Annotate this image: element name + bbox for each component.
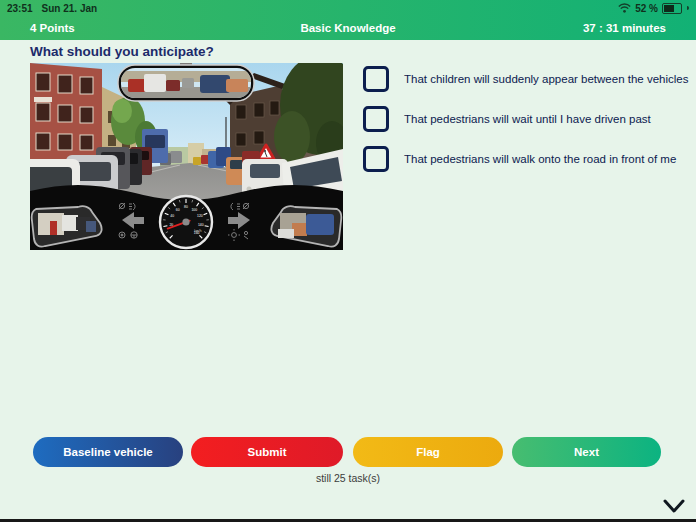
wifi-icon (618, 3, 631, 13)
question-title: What should you anticipate? (30, 44, 214, 59)
status-date: Sun 21. Jan (42, 3, 98, 14)
scene-image: 20406080100120140160 km/h (30, 63, 343, 250)
battery-icon (662, 3, 682, 14)
timer-label: 37 : 31 minutes (583, 22, 666, 34)
answer-option-3-label: That pedestrians will walk onto the road… (404, 153, 676, 165)
baseline-vehicle-button[interactable]: Baseline vehicle (33, 437, 183, 467)
answer-option-1[interactable]: That children will suddenly appear betwe… (363, 66, 688, 92)
rearview-mirror (118, 63, 254, 101)
answer-options: That children will suddenly appear betwe… (363, 66, 688, 172)
speedometer-unit-label: km/h (194, 229, 201, 233)
checkbox-3[interactable] (363, 146, 389, 172)
svg-text:60: 60 (176, 208, 180, 212)
answer-option-2[interactable]: That pedestrians will wait until I have … (363, 106, 688, 132)
test-header: 4 Points Basic Knowledge 37 : 31 minutes (0, 16, 696, 40)
svg-text:140: 140 (198, 223, 204, 227)
battery-percent: 52 % (635, 3, 658, 14)
svg-text:100: 100 (191, 208, 197, 212)
chevron-down-icon[interactable] (663, 499, 685, 514)
svg-text:40: 40 (170, 214, 174, 218)
answer-option-2-label: That pedestrians will wait until I have … (404, 113, 651, 125)
status-time: 23:51 (7, 3, 33, 14)
answer-option-1-label: That children will suddenly appear betwe… (404, 73, 688, 85)
svg-text:80: 80 (184, 205, 188, 209)
app-screen: 23:51 Sun 21. Jan 52 % 4 Points Basic Kn… (0, 0, 696, 522)
checkbox-1[interactable] (363, 66, 389, 92)
svg-text:120: 120 (197, 214, 203, 218)
flag-button[interactable]: Flag (353, 437, 503, 467)
next-button[interactable]: Next (512, 437, 661, 467)
status-bar: 23:51 Sun 21. Jan 52 % (0, 0, 696, 16)
submit-button[interactable]: Submit (191, 437, 343, 467)
top-green-band: 23:51 Sun 21. Jan 52 % 4 Points Basic Kn… (0, 0, 696, 40)
speedometer: 20406080100120140160 km/h (160, 196, 212, 248)
remaining-tasks-label: still 25 task(s) (0, 472, 696, 484)
checkbox-2[interactable] (363, 106, 389, 132)
answer-option-3[interactable]: That pedestrians will walk onto the road… (363, 146, 688, 172)
battery-cap (687, 6, 689, 10)
